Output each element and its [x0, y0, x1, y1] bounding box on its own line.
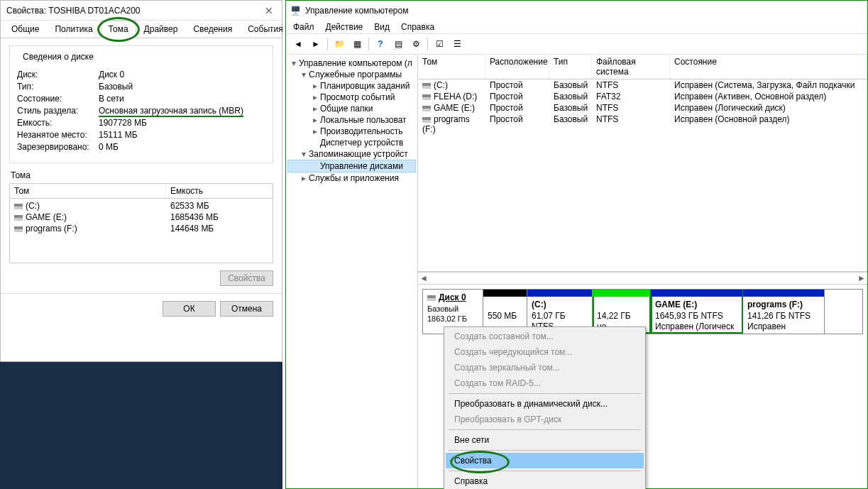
- help-icon[interactable]: ?: [373, 36, 388, 52]
- tree-item[interactable]: ▾Управление компьютером (л: [287, 57, 416, 69]
- tree-label: Службы и приложения: [309, 173, 399, 183]
- volume-list-row[interactable]: GAME (E:)ПростойБазовыйNTFSИсправен (Лог…: [418, 102, 867, 114]
- context-item[interactable]: Вне сети: [446, 432, 644, 448]
- tab-Тома[interactable]: Тома: [101, 21, 136, 38]
- partition-color-bar: [651, 290, 742, 297]
- refresh-icon[interactable]: ☑: [432, 36, 447, 52]
- info-label: Незанятое место:: [17, 130, 99, 140]
- info-value: Диск 0: [99, 70, 124, 79]
- volumes-header: Том Емкость: [10, 184, 273, 199]
- menu-Действие[interactable]: Действие: [326, 22, 363, 32]
- tree-item[interactable]: ▸Локальные пользоват: [287, 114, 416, 126]
- tree-label: Общие папки: [320, 104, 373, 114]
- close-icon[interactable]: ✕: [262, 5, 276, 16]
- tree-item[interactable]: ▸Просмотр событий: [287, 92, 416, 103]
- info-value: В сети: [99, 94, 124, 104]
- view-icon[interactable]: ▤: [390, 36, 406, 52]
- tree-item[interactable]: ▸Службы и приложения: [287, 172, 416, 184]
- tree-label: Запоминающие устройст: [309, 149, 408, 159]
- volume-list-row[interactable]: (C:)ПростойБазовыйNTFSИсправен (Система,…: [418, 79, 867, 91]
- info-value: Основная загрузочная запись (MBR): [99, 106, 243, 116]
- partition-info: 550 МБ: [488, 292, 522, 322]
- context-item: Создать чередующийся том...: [446, 344, 644, 360]
- disk-icon: [422, 106, 431, 111]
- forward-icon[interactable]: ►: [308, 36, 324, 52]
- expand-icon[interactable]: ▸: [312, 92, 318, 102]
- expand-icon[interactable]: ▸: [312, 81, 318, 91]
- menu-Файл[interactable]: Файл: [293, 22, 314, 32]
- disk-icon: [422, 117, 431, 123]
- tab-Сведения[interactable]: Сведения: [185, 21, 240, 38]
- up-icon[interactable]: 📁: [331, 36, 347, 52]
- expand-icon[interactable]: ▸: [312, 126, 318, 136]
- volume-list-header: Том Расположение Тип Файловая система Со…: [418, 55, 867, 79]
- background-dark: [0, 362, 282, 489]
- group-title: Сведения о диске: [20, 52, 97, 62]
- hdr-name[interactable]: Том: [418, 55, 485, 79]
- disk-icon: [14, 215, 23, 221]
- partition[interactable]: GAME (E:)1645,93 ГБ NTFSИсправен (Логиче…: [651, 290, 743, 334]
- menu-Вид[interactable]: Вид: [374, 22, 390, 32]
- tree-label: Управление дисками: [320, 161, 403, 171]
- menu-separator: [449, 471, 641, 471]
- hdr-layout[interactable]: Расположение: [485, 55, 549, 79]
- tab-Политика[interactable]: Политика: [47, 21, 100, 38]
- tree-item[interactable]: Управление дисками: [287, 160, 416, 172]
- list-icon[interactable]: ☰: [449, 36, 465, 52]
- tree-label: Диспетчер устройств: [320, 138, 403, 148]
- partition-color-bar: [593, 290, 650, 297]
- col-name[interactable]: Том: [10, 184, 166, 198]
- tree-item[interactable]: Диспетчер устройств: [287, 137, 416, 148]
- expand-icon[interactable]: ▾: [300, 70, 307, 79]
- expand-icon[interactable]: ▾: [290, 58, 297, 68]
- mgmt-app-icon: 🖥️: [290, 6, 301, 16]
- context-item[interactable]: Преобразовать в динамический диск...: [446, 396, 644, 412]
- tree-item[interactable]: ▾Служебные программы: [287, 69, 416, 80]
- context-item: Создать составной том...: [446, 329, 644, 344]
- disk-icon: [422, 83, 431, 89]
- tree-item[interactable]: ▾Запоминающие устройст: [287, 148, 416, 160]
- context-item[interactable]: Свойства: [446, 453, 644, 468]
- partition-color-bar: [743, 290, 824, 297]
- info-value: 15111 МБ: [99, 130, 138, 140]
- tab-Общие[interactable]: Общие: [4, 21, 47, 38]
- info-label: Состояние:: [17, 94, 99, 104]
- expand-icon[interactable]: ▾: [300, 149, 307, 159]
- tree-item[interactable]: ▸Производительность: [287, 126, 416, 137]
- partition-color-bar: [527, 290, 592, 297]
- hdr-fs[interactable]: Файловая система: [592, 55, 670, 79]
- volume-list-row[interactable]: FLEHA (D:)ПростойБазовыйFAT32Исправен (А…: [418, 91, 867, 102]
- tree-item[interactable]: ▸Общие папки: [287, 103, 416, 114]
- context-item[interactable]: Справка: [446, 473, 644, 489]
- settings-icon[interactable]: ⚙: [408, 36, 424, 52]
- volume-list-row[interactable]: programs (F:)ПростойБазовыйNTFSИсправен …: [418, 114, 867, 135]
- tab-События[interactable]: События: [240, 21, 291, 38]
- expand-icon[interactable]: ▸: [300, 173, 307, 183]
- panes-icon[interactable]: ▦: [349, 36, 365, 52]
- tree-label: Просмотр событий: [320, 92, 395, 102]
- nav-tree: ▾Управление компьютером (л▾Служебные про…: [286, 55, 418, 488]
- partition[interactable]: programs (F:)141,26 ГБ NTFSИсправен (Осн…: [743, 290, 825, 334]
- volume-row[interactable]: GAME (E:)1685436 МБ: [10, 211, 273, 223]
- tab-Драйвер[interactable]: Драйвер: [136, 21, 186, 38]
- ok-button[interactable]: ОК: [163, 301, 216, 317]
- tree-item[interactable]: ▸Планировщик заданий: [287, 80, 416, 92]
- tree-label: Планировщик заданий: [320, 81, 410, 91]
- hdr-status[interactable]: Состояние: [670, 55, 867, 79]
- back-icon[interactable]: ◄: [290, 36, 306, 52]
- volumes-table: Том Емкость (C:)62533 МБGAME (E:)1685436…: [9, 183, 273, 263]
- dialog-tabs: ОбщиеПолитикаТомаДрайверСведенияСобытия: [1, 21, 282, 38]
- expand-icon[interactable]: ▸: [312, 115, 318, 125]
- menu-separator: [449, 393, 641, 394]
- volume-row[interactable]: (C:)62533 МБ: [10, 200, 273, 211]
- expand-icon[interactable]: ▸: [312, 104, 318, 114]
- cancel-button[interactable]: Отмена: [220, 301, 273, 317]
- menu-Справка[interactable]: Справка: [401, 22, 434, 32]
- tree-label: Служебные программы: [309, 70, 402, 79]
- properties-button[interactable]: Свойства: [220, 270, 273, 286]
- volume-row[interactable]: programs (F:)144648 МБ: [10, 223, 273, 234]
- h-scrollbar[interactable]: ◄►: [418, 272, 867, 285]
- hdr-type[interactable]: Тип: [549, 55, 592, 79]
- menu-bar: ФайлДействиеВидСправка: [286, 21, 867, 33]
- col-capacity[interactable]: Емкость: [166, 184, 273, 198]
